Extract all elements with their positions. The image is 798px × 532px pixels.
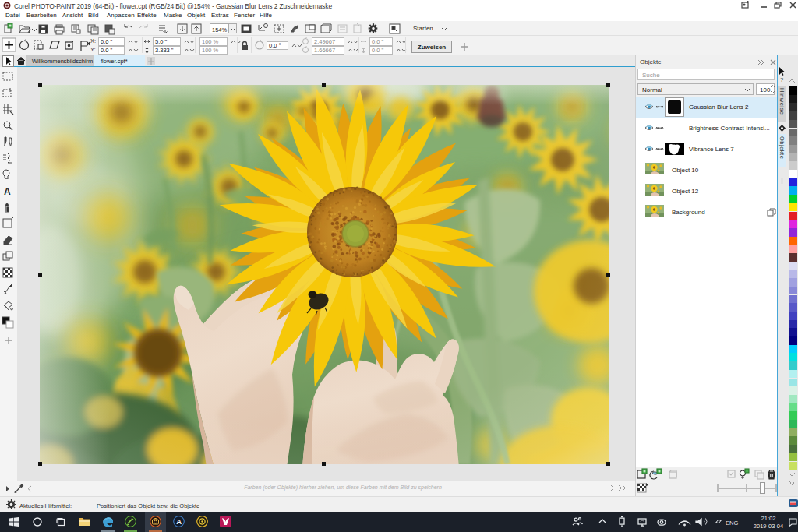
svg-text:A: A bbox=[4, 186, 11, 197]
svg-text:A: A bbox=[176, 517, 182, 526]
